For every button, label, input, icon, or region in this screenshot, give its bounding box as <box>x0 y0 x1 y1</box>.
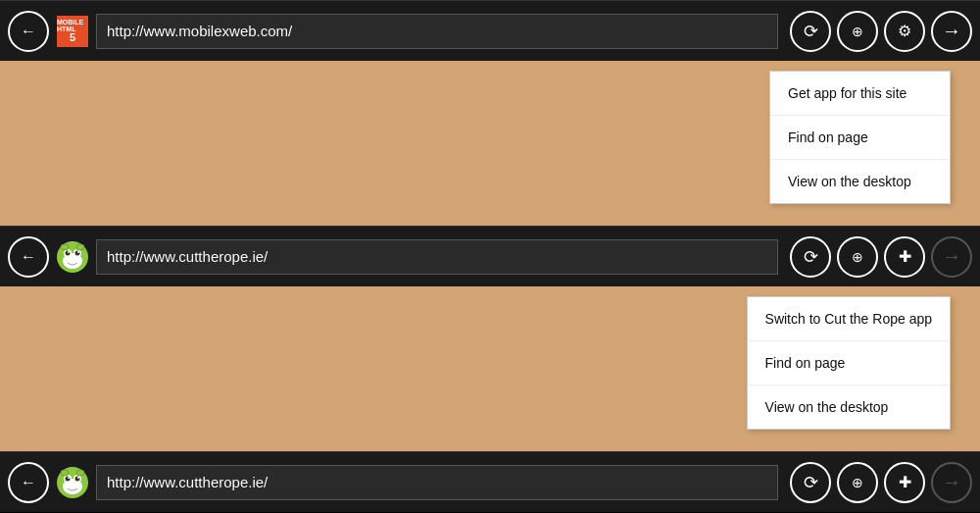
browser-toolbar-3: ← ⟳ ⊕ ✚ → <box>0 451 980 512</box>
reload-button-3[interactable]: ⟳ <box>790 462 831 503</box>
pin-button-1[interactable]: ⊕ <box>837 11 878 52</box>
browser-toolbar-2: ← ⟳ ⊕ ✚ → <box>0 226 980 286</box>
svg-point-17 <box>77 477 79 479</box>
menu-item-desktop-1[interactable]: View on the desktop <box>770 160 950 203</box>
frog-favicon-3 <box>55 465 90 500</box>
wrench-button-1[interactable]: ⚙ <box>884 11 925 52</box>
back-icon-3: ← <box>21 474 36 491</box>
forward-button-2[interactable]: → <box>931 236 972 278</box>
browser-toolbar-1: ← MOBILE HTML 5 ⟳ ⊕ ⚙ → <box>0 0 980 61</box>
dropdown-menu-1: Get app for this site Find on page View … <box>769 71 951 204</box>
svg-point-18 <box>61 470 69 476</box>
menu-item-desktop-2[interactable]: View on the desktop <box>748 385 950 429</box>
back-icon-1: ← <box>21 23 36 40</box>
forward-button-3[interactable]: → <box>931 462 972 503</box>
back-button-2[interactable]: ← <box>8 236 49 278</box>
action-buttons-2: ⟳ ⊕ ✚ → <box>790 236 972 278</box>
back-button-1[interactable]: ← <box>8 11 49 52</box>
favicon-2 <box>55 239 90 275</box>
back-button-3[interactable]: ← <box>8 462 49 503</box>
wrench-button-3[interactable]: ✚ <box>884 462 925 503</box>
url-bar-2[interactable] <box>96 239 778 275</box>
svg-point-6 <box>68 251 70 253</box>
svg-point-16 <box>68 477 70 479</box>
wrench-button-2[interactable]: ✚ <box>884 236 925 278</box>
dropdown-menu-2: Switch to Cut the Rope app Find on page … <box>747 296 951 430</box>
frog-favicon-2 <box>55 239 90 275</box>
reload-button-1[interactable]: ⟳ <box>790 11 831 52</box>
url-bar-3[interactable] <box>96 465 778 500</box>
url-bar-1[interactable] <box>96 14 778 49</box>
content-area-2: Switch to Cut the Rope app Find on page … <box>0 286 980 451</box>
menu-item-switch-app[interactable]: Switch to Cut the Rope app <box>748 297 950 341</box>
action-buttons-1: ⟳ ⊕ ⚙ → <box>790 11 972 52</box>
svg-point-7 <box>77 251 79 253</box>
favicon-3 <box>55 465 90 500</box>
svg-point-5 <box>75 250 80 255</box>
back-icon-2: ← <box>21 248 36 266</box>
html5-favicon: MOBILE HTML 5 <box>57 16 88 47</box>
action-buttons-3: ⟳ ⊕ ✚ → <box>790 462 972 503</box>
content-area-1: Get app for this site Find on page View … <box>0 61 980 226</box>
svg-point-9 <box>76 244 84 250</box>
svg-point-19 <box>76 470 84 476</box>
favicon-1: MOBILE HTML 5 <box>55 14 90 49</box>
menu-item-get-app[interactable]: Get app for this site <box>770 72 950 116</box>
svg-point-8 <box>61 244 69 250</box>
pin-button-3[interactable]: ⊕ <box>837 462 878 503</box>
reload-button-2[interactable]: ⟳ <box>790 236 831 278</box>
svg-point-4 <box>66 250 71 255</box>
menu-item-find-page-1[interactable]: Find on page <box>770 116 950 160</box>
svg-point-15 <box>75 476 80 481</box>
pin-button-2[interactable]: ⊕ <box>837 236 878 278</box>
svg-point-14 <box>66 476 71 481</box>
forward-button-1[interactable]: → <box>931 11 972 52</box>
menu-item-find-page-2[interactable]: Find on page <box>748 341 950 385</box>
